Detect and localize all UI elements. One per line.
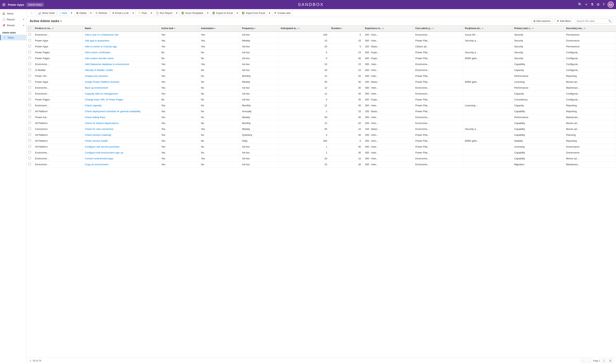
export-dropdown[interactable]: ▾	[236, 11, 239, 16]
row-checkbox[interactable]	[28, 163, 31, 165]
row-name-link[interactable]: Add Dataverse database to environment	[85, 63, 129, 65]
app-grid-icon[interactable]: ⊞	[2, 2, 5, 7]
row-checkbox[interactable]	[28, 45, 31, 47]
row-name-link[interactable]: Add co-owner to Canvas app	[85, 45, 117, 48]
row-name-link[interactable]: Check capacity	[85, 104, 102, 107]
edit-filters-button[interactable]: ▼ Edit filters	[555, 18, 573, 24]
row-name-link[interactable]: Back up environment	[85, 86, 108, 89]
col-active-task[interactable]: Active task ▾	[159, 25, 199, 32]
row-name-link[interactable]: Check product roadmap	[85, 133, 111, 136]
row-checkbox[interactable]	[28, 39, 31, 41]
row-checkbox-cell[interactable]	[27, 114, 33, 120]
row-name-link[interactable]: Copy an environment	[85, 163, 108, 166]
cell-name[interactable]: Check deployment schedule for general av…	[83, 108, 159, 114]
row-checkbox[interactable]	[28, 104, 31, 106]
cell-name[interactable]: Add a user to a Dataverse role	[83, 32, 159, 38]
select-all-checkbox[interactable]	[28, 27, 31, 29]
row-checkbox[interactable]	[28, 33, 31, 36]
row-checkbox-cell[interactable]	[27, 44, 33, 50]
col-core-admin[interactable]: Core admin p... ▾	[413, 25, 463, 32]
import-from-excel-button[interactable]: 📗 Import from Excel	[240, 11, 267, 16]
row-checkbox-cell[interactable]	[27, 79, 33, 85]
row-checkbox[interactable]	[28, 110, 31, 112]
new-button[interactable]: + New	[58, 11, 69, 16]
cell-name[interactable]: Configure trial environment sign up	[83, 150, 159, 156]
row-name-link[interactable]: Capacity add-on management	[85, 92, 118, 95]
row-checkbox[interactable]	[28, 57, 31, 59]
filter-nav-icon[interactable]: ⚗	[590, 2, 593, 7]
edit-columns-button[interactable]: ⊞ Edit columns	[531, 18, 553, 24]
col-secondary-tas[interactable]: Secondary tas... ▾	[564, 25, 616, 32]
cell-name[interactable]: Check product roadmap	[83, 132, 159, 138]
row-checkbox[interactable]	[28, 68, 31, 71]
refresh-button[interactable]: ↻ Refresh	[93, 11, 109, 16]
row-checkbox[interactable]	[28, 121, 31, 124]
row-name-link[interactable]: Convert environment type	[85, 157, 113, 160]
row-name-link[interactable]: Configure trial environment sign up	[85, 151, 123, 154]
export-to-excel-button[interactable]: 📗 Export to Excel	[210, 11, 235, 16]
row-name-link[interactable]: Add custom domain name	[85, 57, 114, 60]
cell-name[interactable]: Change base URL of Power Pages	[83, 97, 159, 103]
row-checkbox-cell[interactable]	[27, 91, 33, 97]
col-automation[interactable]: Automation ▾	[199, 25, 240, 32]
row-name-link[interactable]: Check for new connectors	[85, 128, 113, 130]
sidebar-item-pinned[interactable]: 📌 Pinned ▾	[0, 22, 26, 28]
row-checkbox[interactable]	[28, 145, 31, 148]
row-checkbox-cell[interactable]	[27, 138, 33, 144]
row-name-link[interactable]: Configure self service purchase	[85, 145, 119, 148]
row-checkbox-cell[interactable]	[27, 55, 33, 61]
row-checkbox[interactable]	[28, 151, 31, 154]
col-peripheral-ad[interactable]: Peripheral ad... ▾	[463, 25, 512, 32]
row-checkbox-cell[interactable]	[27, 73, 33, 79]
search-input[interactable]	[577, 20, 607, 22]
flow-button[interactable]: ⚡ Flow	[135, 11, 149, 16]
row-checkbox-cell[interactable]	[27, 38, 33, 44]
row-checkbox[interactable]	[28, 92, 31, 94]
cell-name[interactable]: Check capacity	[83, 103, 159, 108]
row-checkbox[interactable]	[28, 98, 31, 100]
next-page-button[interactable]: ⟩	[602, 359, 606, 363]
import-dropdown[interactable]: ▾	[268, 11, 271, 16]
col-experience-re[interactable]: Experience re... ▾	[363, 25, 413, 32]
cell-name[interactable]: Check for feature deprecations	[83, 120, 159, 126]
view-title-dropdown-icon[interactable]: ▾	[61, 20, 62, 22]
cell-name[interactable]: Add Dataverse database to environment	[83, 61, 159, 67]
cell-name[interactable]: Add custom certificates	[83, 50, 159, 55]
run-report-dropdown[interactable]: ▾	[175, 11, 178, 16]
row-checkbox-cell[interactable]	[27, 32, 33, 38]
row-checkbox[interactable]	[28, 133, 31, 136]
row-name-link[interactable]: Add app to quarantine	[85, 39, 109, 42]
cell-name[interactable]: Assign Power Platform licenses	[83, 79, 159, 85]
row-checkbox-cell[interactable]	[27, 108, 33, 114]
row-name-link[interactable]: Check service health	[85, 139, 108, 142]
row-checkbox-cell[interactable]	[27, 150, 33, 156]
search-nav-icon[interactable]: 🔍	[578, 2, 582, 7]
cell-name[interactable]: Configure self service purchase	[83, 144, 159, 150]
row-checkbox-cell[interactable]	[27, 85, 33, 91]
search-box[interactable]: 🔍	[575, 19, 613, 23]
email-dropdown[interactable]: ▾	[131, 11, 135, 16]
row-checkbox-cell[interactable]	[27, 120, 33, 126]
col-name[interactable]: Name ↑	[83, 25, 159, 32]
avatar[interactable]: SA	[608, 1, 614, 8]
flow-dropdown[interactable]: ▾	[150, 11, 153, 16]
run-report-button[interactable]: 📋 Run Report	[154, 11, 174, 16]
col-product[interactable]: Product or se... ▾	[33, 25, 83, 32]
col-frequency[interactable]: Frequency ▾	[240, 25, 278, 32]
settings-nav-icon[interactable]: ⚙	[597, 2, 600, 7]
row-checkbox[interactable]	[28, 139, 31, 142]
create-view-button[interactable]: 👁 Create view	[272, 11, 293, 16]
cell-name[interactable]: Back up environment	[83, 85, 159, 91]
cell-name[interactable]: Add co-owner to Canvas app	[83, 44, 159, 50]
cell-name[interactable]: Allocate AI Builder credits	[83, 67, 159, 73]
row-checkbox-cell[interactable]	[27, 161, 33, 167]
new-dropdown[interactable]: ▾	[70, 11, 73, 16]
row-checkbox-cell[interactable]	[27, 50, 33, 55]
row-checkbox-cell[interactable]	[27, 144, 33, 150]
sidebar-item-home[interactable]: 🏠 Home	[0, 11, 26, 16]
row-checkbox-cell[interactable]	[27, 126, 33, 132]
cell-name[interactable]: Analyse bot sessions	[83, 73, 159, 79]
row-name-link[interactable]: Add a user to a Dataverse role	[85, 33, 118, 36]
cell-name[interactable]: Add custom domain name	[83, 55, 159, 61]
cell-name[interactable]: Convert environment type	[83, 156, 159, 161]
